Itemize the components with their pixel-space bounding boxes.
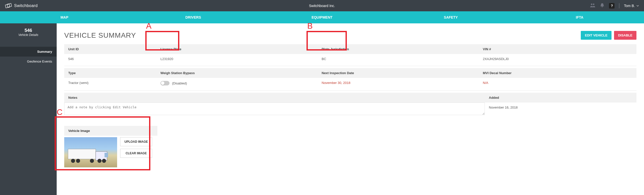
unit-id-label: Unit ID xyxy=(64,44,156,54)
svg-point-2 xyxy=(591,4,592,5)
weigh-label: Weigh Station Bypass xyxy=(156,68,318,78)
user-name: Tom B. xyxy=(624,4,635,8)
added-label: Added xyxy=(485,93,636,103)
added-value: November 16, 2018 xyxy=(485,103,522,112)
brand-logo[interactable]: Switchboard xyxy=(5,3,38,9)
row1-header: Unit ID License Plate Plate Jurisdiction… xyxy=(64,44,636,54)
svg-rect-7 xyxy=(105,153,108,157)
sidebar-item-geofence[interactable]: Geofence Events xyxy=(0,57,57,66)
svg-rect-5 xyxy=(68,149,96,159)
type-label: Type xyxy=(64,68,156,78)
vehicle-subtitle: Vehicle Details xyxy=(0,33,57,37)
unit-id-value: 546 xyxy=(64,54,156,64)
tab-map[interactable]: MAP xyxy=(0,11,129,23)
nav-tabs: MAP DRIVERS EQUIPMENT SAFETY IFTA xyxy=(0,11,644,23)
main-content: A B C VEHICLE SUMMARY EDIT VEHICLE DISAB… xyxy=(57,23,644,195)
annotation-c: C xyxy=(57,108,62,117)
license-plate-value: L231920 xyxy=(156,54,318,64)
sidebar-header: 546 Vehicle Details xyxy=(0,28,57,37)
weigh-value: (Disabled) xyxy=(172,81,187,85)
notes-textarea[interactable] xyxy=(64,103,485,115)
upload-image-button[interactable]: UPLOAD IMAGE xyxy=(120,137,152,146)
tab-ifta[interactable]: IFTA xyxy=(515,11,644,23)
tab-equipment[interactable]: EQUIPMENT xyxy=(258,11,386,23)
switchboard-logo-icon xyxy=(5,3,12,9)
row1-values: 546 L231920 BC 2XAJH29ASDLJ0 xyxy=(64,54,636,64)
disable-button[interactable]: DISABLE xyxy=(614,31,636,40)
inspection-value: November 30, 2018 xyxy=(318,78,479,88)
truck-icon xyxy=(67,145,115,165)
notes-label: Notes xyxy=(64,93,485,103)
chevron-down-icon xyxy=(636,5,639,7)
sidebar-item-summary[interactable]: Summary xyxy=(0,47,57,57)
vehicle-id: 546 xyxy=(0,28,57,33)
svg-point-3 xyxy=(593,4,594,5)
svg-point-9 xyxy=(76,159,80,163)
mvi-label: MVI Decal Number xyxy=(479,68,636,78)
svg-point-11 xyxy=(97,159,101,163)
license-plate-label: License Plate xyxy=(156,44,318,54)
svg-point-10 xyxy=(90,159,94,163)
plate-jurisdiction-value: BC xyxy=(318,54,479,64)
vehicle-image-label: Vehicle Image xyxy=(64,126,157,136)
edit-vehicle-button[interactable]: EDIT VEHICLE xyxy=(581,31,612,40)
company-name: Switchboard Inc. xyxy=(309,4,335,8)
sidebar-item-label: Summary xyxy=(37,50,52,54)
topbar: Switchboard Switchboard Inc. ? Tom B. xyxy=(0,0,644,11)
row2-header: Type Weigh Station Bypass Next Inspectio… xyxy=(64,68,636,78)
weigh-value-wrap: (Disabled) xyxy=(156,78,318,88)
row2-values: Tractor (semi) (Disabled) November 30, 2… xyxy=(64,78,636,88)
bell-icon[interactable] xyxy=(600,3,604,8)
inspection-label: Next Inspection Date xyxy=(318,68,479,78)
tab-safety[interactable]: SAFETY xyxy=(386,11,515,23)
user-menu[interactable]: Tom B. xyxy=(624,4,639,8)
vin-value: 2XAJH29ASDLJ0 xyxy=(479,54,636,64)
vehicle-image-section: Vehicle Image UPLOAD IMAGE xyxy=(64,126,157,168)
svg-point-12 xyxy=(102,159,106,163)
vehicle-image-thumbnail[interactable] xyxy=(64,137,117,167)
topbar-right: ? Tom B. xyxy=(590,3,639,9)
people-icon[interactable] xyxy=(590,3,595,8)
mvi-value: N/A xyxy=(479,78,636,88)
svg-point-8 xyxy=(71,159,75,163)
plate-jurisdiction-label: Plate Jurisdiction xyxy=(318,44,479,54)
divider xyxy=(619,3,619,8)
type-value: Tractor (semi) xyxy=(64,78,156,88)
clear-image-button[interactable]: CLEAR IMAGE xyxy=(120,149,152,158)
sidebar: 546 Vehicle Details Summary Geofence Eve… xyxy=(0,23,57,195)
weigh-toggle[interactable] xyxy=(160,81,170,85)
svg-point-4 xyxy=(602,6,603,7)
tab-drivers[interactable]: DRIVERS xyxy=(129,11,257,23)
brand-name: Switchboard xyxy=(14,4,38,8)
help-button[interactable]: ? xyxy=(609,3,615,9)
vin-label: VIN # xyxy=(479,44,636,54)
sidebar-item-label: Geofence Events xyxy=(27,60,52,63)
page-title: VEHICLE SUMMARY xyxy=(64,31,136,39)
